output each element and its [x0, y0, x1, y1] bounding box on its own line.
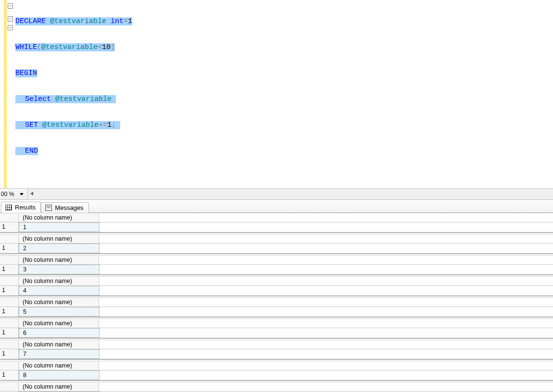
row-number[interactable]: 1: [0, 370, 19, 380]
column-header[interactable]: (No column name): [19, 340, 99, 349]
cell-value[interactable]: 7: [19, 349, 100, 359]
keyword-while: WHILE: [15, 43, 37, 51]
semicolon: ;: [112, 121, 116, 129]
keyword-int: int: [111, 17, 124, 25]
row-number[interactable]: 1: [0, 349, 19, 359]
keyword-set: SET: [25, 121, 38, 129]
cell-value[interactable]: 8: [19, 370, 100, 380]
header-corner[interactable]: [0, 256, 19, 264]
table-row[interactable]: 12: [0, 244, 553, 253]
result-tabs: Results Messages: [0, 200, 553, 213]
messages-icon: [45, 205, 52, 211]
table-row[interactable]: 14: [0, 286, 553, 295]
cell-value[interactable]: 2: [19, 244, 100, 253]
column-header[interactable]: (No column name): [19, 234, 99, 243]
op-equals: =: [124, 17, 128, 25]
op-lt: <: [98, 43, 102, 51]
variable-name: @testvariable: [42, 121, 99, 129]
cell-value[interactable]: 4: [19, 286, 100, 295]
column-header[interactable]: (No column name): [19, 256, 99, 264]
result-set: (No column name)19: [0, 382, 553, 392]
header-corner[interactable]: [0, 213, 19, 222]
fold-gutter[interactable]: [7, 0, 13, 188]
row-number[interactable]: 1: [0, 222, 19, 232]
row-number[interactable]: 1: [0, 286, 19, 295]
result-set: (No column name)11: [0, 213, 553, 233]
column-header[interactable]: (No column name): [19, 298, 99, 306]
cell-value[interactable]: 5: [19, 307, 100, 317]
fold-toggle-icon[interactable]: [8, 16, 13, 22]
cell-value[interactable]: 1: [19, 222, 100, 232]
table-row[interactable]: 17: [0, 349, 553, 359]
literal-10: 10: [102, 43, 111, 51]
variable-name: @testvariable: [50, 17, 106, 25]
result-set: (No column name)15: [0, 297, 553, 318]
result-set: (No column name)17: [0, 340, 553, 360]
zoom-value: 00 %: [0, 191, 17, 197]
keyword-declare: DECLARE: [15, 17, 46, 25]
result-set: (No column name)16: [0, 318, 553, 339]
table-row[interactable]: 11: [0, 222, 553, 232]
header-corner[interactable]: [0, 298, 19, 306]
column-header[interactable]: (No column name): [19, 277, 99, 285]
header-corner[interactable]: [0, 382, 19, 391]
header-corner[interactable]: [0, 340, 19, 349]
paren-close: ): [111, 43, 115, 51]
grid-icon: [5, 205, 12, 210]
chevron-down-icon[interactable]: [20, 193, 24, 196]
paren-open: (: [37, 43, 41, 51]
cell-value[interactable]: 3: [19, 265, 100, 274]
variable-name: @testvariable: [41, 43, 98, 51]
fold-toggle-icon[interactable]: [8, 25, 13, 30]
header-corner[interactable]: [0, 361, 19, 370]
row-number[interactable]: 1: [0, 328, 19, 338]
tab-results[interactable]: Results: [1, 202, 41, 213]
result-set: (No column name)14: [0, 276, 553, 296]
keyword-end: END: [25, 147, 38, 155]
tab-messages-label: Messages: [55, 204, 83, 211]
result-set: (No column name)18: [0, 361, 553, 381]
literal-1: 1: [128, 17, 132, 25]
editor-margin: [0, 0, 4, 188]
column-header[interactable]: (No column name): [19, 382, 99, 391]
sql-editor[interactable]: DECLARE @testvariable int=1 WHILE(@testv…: [0, 0, 553, 188]
tab-results-label: Results: [15, 204, 36, 211]
result-set: (No column name)13: [0, 255, 553, 275]
tab-messages[interactable]: Messages: [41, 202, 88, 213]
table-row[interactable]: 15: [0, 307, 553, 317]
result-set: (No column name)12: [0, 234, 553, 254]
table-row[interactable]: 18: [0, 370, 553, 380]
results-grid-area: (No column name)11(No column name)12(No …: [0, 213, 553, 392]
keyword-select: Select: [25, 95, 51, 103]
cell-value[interactable]: 6: [19, 328, 100, 338]
keyword-begin: BEGIN: [15, 69, 37, 77]
variable-name: @testvariable: [55, 95, 112, 103]
op-pluseq: +=: [99, 121, 107, 129]
horizontal-scrollbar[interactable]: [27, 189, 553, 199]
zoom-bar: 00 %: [0, 188, 553, 200]
header-corner[interactable]: [0, 234, 19, 243]
table-row[interactable]: 13: [0, 265, 553, 274]
column-header[interactable]: (No column name): [19, 361, 99, 370]
code-text[interactable]: DECLARE @testvariable int=1 WHILE(@testv…: [13, 0, 134, 188]
column-header[interactable]: (No column name): [19, 213, 99, 222]
column-header[interactable]: (No column name): [19, 319, 99, 328]
table-row[interactable]: 16: [0, 328, 553, 338]
row-number[interactable]: 1: [0, 265, 19, 274]
row-number[interactable]: 1: [0, 307, 19, 317]
scroll-left-icon[interactable]: [30, 192, 33, 196]
literal-1: 1: [107, 121, 112, 129]
fold-toggle-icon[interactable]: [8, 3, 13, 9]
row-number[interactable]: 1: [0, 244, 19, 253]
header-corner[interactable]: [0, 277, 19, 285]
header-corner[interactable]: [0, 319, 19, 328]
